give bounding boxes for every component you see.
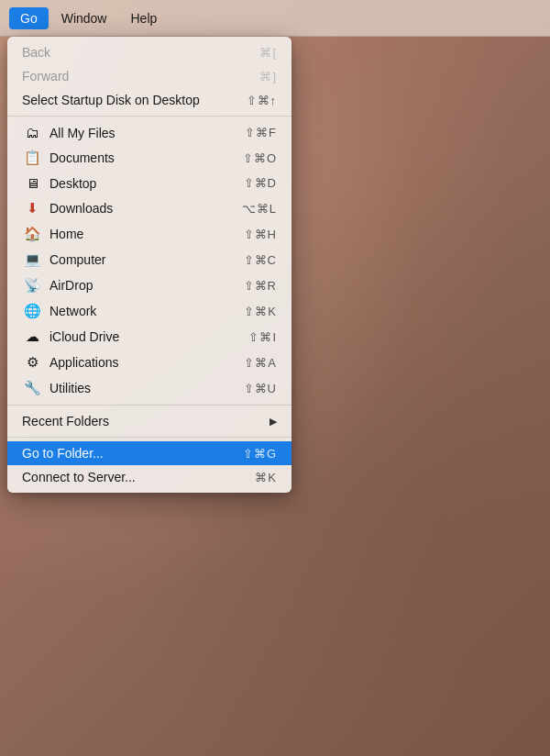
icloud-icon: ☁	[22, 328, 42, 345]
applications-icon: ⚙	[22, 354, 42, 371]
menu-item-airdrop[interactable]: 📡 AirDrop ⇧⌘R	[7, 272, 292, 298]
menu-item-connect-server[interactable]: Connect to Server... ⌘K	[7, 465, 292, 489]
utilities-icon: 🔧	[22, 380, 42, 396]
section-server: Go to Folder... ⇧⌘G Connect to Server...…	[7, 437, 292, 493]
menu-bar: Go Window Help	[0, 0, 550, 37]
menu-item-applications[interactable]: ⚙ Applications ⇧⌘A	[7, 350, 292, 375]
menu-item-computer[interactable]: 💻 Computer ⇧⌘C	[7, 247, 292, 272]
menu-item-forward[interactable]: Forward ⌘]	[7, 64, 292, 88]
section-recent: Recent Folders ▶	[7, 405, 292, 437]
menu-help[interactable]: Help	[119, 7, 168, 29]
menu-item-downloads[interactable]: ⬇ Downloads ⌥⌘L	[7, 195, 292, 221]
menu-item-utilities[interactable]: 🔧 Utilities ⇧⌘U	[7, 375, 292, 401]
menu-item-desktop[interactable]: 🖥 Desktop ⇧⌘D	[7, 171, 292, 195]
menu-go[interactable]: Go	[9, 7, 49, 29]
network-icon: 🌐	[22, 303, 42, 319]
documents-icon: 📋	[22, 150, 42, 166]
home-icon: 🏠	[22, 226, 42, 242]
menu-item-back[interactable]: Back ⌘[	[7, 40, 292, 64]
menu-item-startup-disk[interactable]: Select Startup Disk on Desktop ⇧⌘↑	[7, 88, 292, 112]
go-menu-dropdown: Back ⌘[ Forward ⌘] Select Startup Disk o…	[7, 37, 292, 493]
menu-item-icloud[interactable]: ☁ iCloud Drive ⇧⌘I	[7, 324, 292, 350]
desktop-icon: 🖥	[22, 175, 42, 191]
menu-window[interactable]: Window	[50, 7, 118, 29]
airdrop-icon: 📡	[22, 277, 42, 294]
downloads-icon: ⬇	[22, 200, 42, 217]
submenu-arrow-icon: ▶	[270, 416, 277, 428]
menu-item-network[interactable]: 🌐 Network ⇧⌘K	[7, 298, 292, 324]
menu-item-home[interactable]: 🏠 Home ⇧⌘H	[7, 221, 292, 247]
section-places: 🗂 All My Files ⇧⌘F 📋 Documents ⇧⌘O 🖥 Des…	[7, 116, 292, 405]
section-navigation: Back ⌘[ Forward ⌘] Select Startup Disk o…	[7, 37, 292, 116]
computer-icon: 💻	[22, 251, 42, 268]
all-my-files-icon: 🗂	[22, 125, 42, 140]
menu-item-recent-folders[interactable]: Recent Folders ▶	[7, 409, 292, 433]
menu-item-goto-folder[interactable]: Go to Folder... ⇧⌘G	[7, 441, 292, 465]
menu-item-documents[interactable]: 📋 Documents ⇧⌘O	[7, 145, 292, 171]
menu-item-all-my-files[interactable]: 🗂 All My Files ⇧⌘F	[7, 120, 292, 145]
